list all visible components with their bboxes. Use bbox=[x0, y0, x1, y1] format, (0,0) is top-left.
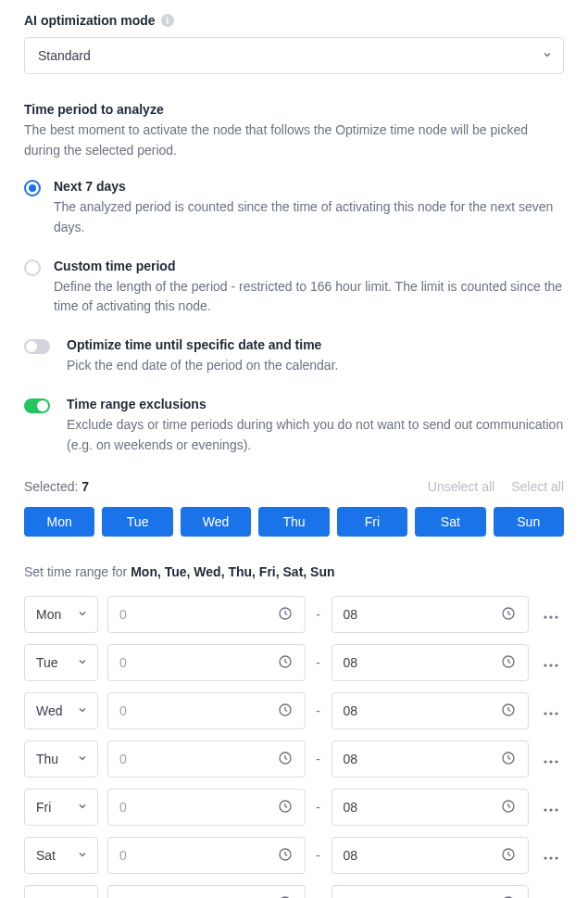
radio-option-0[interactable] bbox=[24, 180, 41, 196]
row-menu-button[interactable] bbox=[538, 601, 564, 627]
unselect-all-link[interactable]: Unselect all bbox=[428, 479, 494, 494]
day-select[interactable]: Fri bbox=[24, 789, 98, 826]
day-select[interactable]: Tue bbox=[24, 644, 98, 681]
dash: - bbox=[315, 607, 322, 622]
info-icon[interactable]: i bbox=[161, 14, 174, 27]
selected-count: 7 bbox=[81, 479, 89, 494]
clock-icon bbox=[500, 750, 517, 769]
svg-point-29 bbox=[555, 857, 557, 860]
from-time-input[interactable]: 0 bbox=[107, 885, 306, 898]
dots-icon bbox=[543, 848, 559, 863]
svg-point-19 bbox=[555, 761, 557, 764]
optimize-until-desc: Pick the end date of the period on the c… bbox=[67, 356, 564, 376]
from-time-input[interactable]: 0 bbox=[107, 740, 306, 778]
dots-icon bbox=[543, 655, 559, 670]
time-row: Tue 0 - 08 bbox=[24, 644, 564, 681]
from-time-value: 0 bbox=[119, 703, 127, 718]
chevron-down-icon bbox=[77, 800, 88, 815]
svg-point-4 bbox=[555, 616, 557, 619]
to-time-value: 08 bbox=[344, 848, 358, 863]
exclusions-desc: Exclude days or time periods during whic… bbox=[67, 415, 564, 455]
clock-icon bbox=[277, 653, 294, 673]
day-button-fri[interactable]: Fri bbox=[337, 507, 407, 537]
day-button-sun[interactable]: Sun bbox=[494, 507, 564, 537]
clock-icon bbox=[500, 798, 517, 817]
day-button-tue[interactable]: Tue bbox=[102, 507, 172, 537]
svg-point-17 bbox=[544, 761, 546, 764]
time-row: Fri 0 - 08 bbox=[24, 789, 564, 826]
day-button-wed[interactable]: Wed bbox=[181, 507, 251, 537]
day-button-thu[interactable]: Thu bbox=[258, 507, 329, 537]
radio-option-1[interactable] bbox=[24, 259, 41, 276]
to-time-input[interactable]: 08 bbox=[332, 740, 530, 778]
to-time-value: 08 bbox=[344, 607, 358, 622]
from-time-input[interactable]: 0 bbox=[107, 837, 306, 874]
day-select-value: Sat bbox=[36, 848, 56, 863]
row-menu-button[interactable] bbox=[538, 746, 564, 772]
exclusions-label: Time range exclusions bbox=[67, 397, 564, 411]
svg-point-2 bbox=[544, 616, 546, 619]
optimize-until-toggle[interactable] bbox=[24, 339, 50, 354]
to-time-input[interactable]: 08 bbox=[332, 885, 530, 898]
row-menu-button[interactable] bbox=[538, 698, 564, 724]
from-time-input[interactable]: 0 bbox=[107, 596, 306, 633]
clock-icon bbox=[277, 750, 294, 769]
chevron-down-icon bbox=[77, 607, 88, 622]
ai-mode-value: Standard bbox=[38, 48, 91, 63]
row-menu-button[interactable] bbox=[538, 650, 564, 676]
exclusions-toggle[interactable] bbox=[24, 398, 50, 413]
chevron-down-icon bbox=[77, 655, 88, 670]
svg-point-28 bbox=[549, 857, 552, 860]
day-button-mon[interactable]: Mon bbox=[24, 507, 94, 537]
chevron-down-icon bbox=[77, 752, 88, 766]
select-all-link[interactable]: Select all bbox=[511, 479, 564, 494]
day-select[interactable]: Wed bbox=[24, 692, 98, 729]
row-menu-button[interactable] bbox=[538, 891, 564, 898]
dots-icon bbox=[543, 607, 559, 622]
day-select[interactable]: Thu bbox=[24, 740, 98, 778]
svg-point-23 bbox=[549, 809, 552, 812]
ai-mode-select[interactable]: Standard bbox=[24, 37, 564, 74]
day-select-value: Mon bbox=[36, 607, 61, 622]
from-time-input[interactable]: 0 bbox=[107, 692, 306, 729]
svg-point-8 bbox=[549, 664, 552, 667]
clock-icon bbox=[277, 702, 294, 721]
time-row: Wed 0 - 08 bbox=[24, 692, 564, 729]
day-select[interactable]: Sat bbox=[24, 837, 98, 874]
from-time-value: 0 bbox=[119, 655, 127, 670]
day-select-value: Thu bbox=[36, 752, 58, 766]
optimize-until-label: Optimize time until specific date and ti… bbox=[67, 337, 564, 352]
clock-icon bbox=[500, 894, 517, 898]
day-select[interactable]: Sun bbox=[24, 885, 98, 898]
svg-point-24 bbox=[555, 809, 557, 812]
clock-icon bbox=[277, 894, 294, 898]
to-time-value: 08 bbox=[344, 703, 358, 718]
to-time-input[interactable]: 08 bbox=[332, 789, 530, 826]
row-menu-button[interactable] bbox=[538, 842, 564, 868]
day-select[interactable]: Mon bbox=[24, 596, 98, 633]
from-time-value: 0 bbox=[119, 848, 127, 863]
to-time-input[interactable]: 08 bbox=[332, 596, 530, 633]
time-row: Sun 0 - 08 bbox=[24, 885, 564, 898]
dash: - bbox=[315, 848, 322, 863]
to-time-input[interactable]: 08 bbox=[332, 692, 530, 729]
dash: - bbox=[315, 655, 322, 670]
to-time-input[interactable]: 08 bbox=[332, 644, 530, 681]
dots-icon bbox=[543, 800, 559, 815]
time-row: Sat 0 - 08 bbox=[24, 837, 564, 874]
to-time-value: 08 bbox=[344, 655, 358, 670]
svg-point-12 bbox=[544, 713, 546, 715]
range-days: Mon, Tue, Wed, Thu, Fri, Sat, Sun bbox=[131, 564, 334, 579]
day-button-sat[interactable]: Sat bbox=[415, 507, 485, 537]
radio-label: Next 7 days bbox=[54, 179, 564, 194]
from-time-input[interactable]: 0 bbox=[107, 789, 306, 826]
svg-point-7 bbox=[544, 664, 546, 667]
to-time-input[interactable]: 08 bbox=[332, 837, 530, 874]
time-row: Thu 0 - 08 bbox=[24, 740, 564, 778]
row-menu-button[interactable] bbox=[538, 794, 564, 820]
from-time-value: 0 bbox=[119, 800, 127, 815]
from-time-input[interactable]: 0 bbox=[107, 644, 306, 681]
svg-point-13 bbox=[549, 713, 552, 715]
dots-icon bbox=[543, 703, 559, 718]
radio-label: Custom time period bbox=[54, 259, 564, 273]
